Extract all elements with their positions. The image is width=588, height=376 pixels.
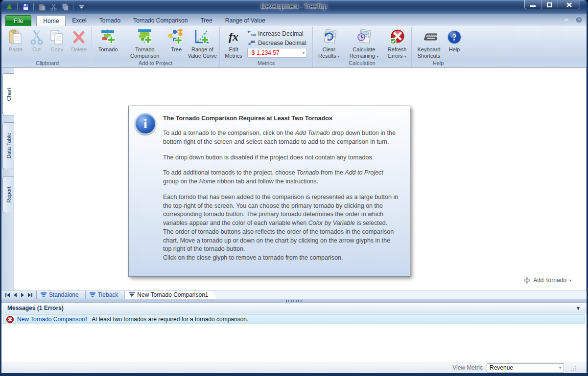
error-message-row: New Tornado Comparison1 At least two tor… <box>3 314 585 324</box>
dropdown-icon: ▾ <box>338 54 340 59</box>
dropdown-icon: ▾ <box>569 278 571 283</box>
add-tornado-dropdown-button[interactable]: Add Tornado ▾ <box>524 277 571 284</box>
tornado-mini-icon <box>41 292 47 297</box>
svg-text:.00: .00 <box>250 33 256 37</box>
edit-metrics-button[interactable]: fx Edit Metrics <box>221 27 246 59</box>
keyboard-shortcuts-button[interactable]: Keyboard Shortcuts <box>413 27 445 59</box>
main-area: Chart Data Table Report i The Tornado Co… <box>1 68 587 290</box>
tab-excel[interactable]: Excel <box>66 15 93 26</box>
add-tornado-comparison-label: Tornado Comparison <box>123 46 166 59</box>
view-metric-label: View Metric <box>452 364 483 371</box>
info-message-box: i The Tornado Comparison Requires at Lea… <box>128 106 410 277</box>
copy-icon <box>48 29 65 45</box>
doc-tab-label: Tieback <box>98 291 118 298</box>
tab-tornado[interactable]: Tornado <box>93 15 127 26</box>
collapse-messages-icon[interactable]: ▼ <box>576 306 581 311</box>
messages-splitter[interactable] <box>1 299 587 303</box>
fx-icon: fx <box>225 29 242 45</box>
keyboard-icon <box>421 29 437 45</box>
next-tab-icon[interactable] <box>19 292 25 299</box>
delete-button[interactable]: Delete <box>68 27 90 53</box>
info-paragraph: Each torndo that has been added to the c… <box>163 193 399 263</box>
svg-text:.00: .00 <box>250 40 256 44</box>
doc-tab-new-tornado-comparison1[interactable]: New Tornado Comparison1 <box>124 291 216 299</box>
file-menu-button[interactable]: File <box>5 15 31 26</box>
group-label-help: Help <box>413 60 464 67</box>
tab-tornado-comparison[interactable]: Tornado Comparison <box>127 15 194 26</box>
add-tornado-to-project-button[interactable]: Tornado <box>93 27 123 53</box>
copy-button[interactable]: Copy <box>47 27 68 53</box>
doc-tab-tieback[interactable]: Tieback <box>85 291 127 299</box>
paste-button[interactable]: Paste <box>4 27 27 53</box>
group-label-add-to-project: Add to Project <box>93 60 218 67</box>
tab-data-table[interactable]: Data Table <box>2 122 14 169</box>
decrease-decimal-button[interactable]: .00 Decrease Decimal <box>247 39 307 47</box>
tab-data-table-label: Data Table <box>6 133 12 158</box>
help-button[interactable]: ? Help <box>445 27 464 53</box>
tornado-comparison-icon <box>137 29 153 45</box>
error-source-link[interactable]: New Tornado Comparison1 <box>17 316 88 323</box>
refresh-errors-label: Refresh Errors ▾ <box>384 46 410 59</box>
calculate-remaining-icon <box>355 29 372 45</box>
info-paragraph: The drop down button is disabled if the … <box>163 154 399 162</box>
view-metric-combobox[interactable]: Revenue ▾ <box>487 363 564 373</box>
copy-label: Copy <box>51 46 64 53</box>
maximize-button[interactable] <box>541 0 558 9</box>
app-window: Development - TreeTop File Home Excel To… <box>0 0 588 376</box>
close-button[interactable] <box>558 0 580 9</box>
window-title: Development - TreeTop <box>1 2 587 10</box>
tornado-mini-icon <box>90 292 95 297</box>
range-of-value-curve-icon <box>194 29 211 45</box>
cut-button[interactable]: Cut <box>27 27 47 53</box>
ribbon: Paste Cut Copy <box>1 26 587 68</box>
add-tornado-label: Add Tornado <box>533 277 566 284</box>
add-rov-curve-button[interactable]: Range of Value Curve <box>187 27 218 59</box>
tab-chart-label: Chart <box>6 88 12 101</box>
tab-home[interactable]: Home <box>36 15 66 26</box>
add-tornado-comparison-button[interactable]: Tornado Comparison <box>123 27 166 59</box>
info-title: The Tornado Comparison Requires at Least… <box>163 115 399 122</box>
info-paragraph: To add additional tornaods to the projec… <box>163 169 399 186</box>
tab-report[interactable]: Report <box>2 176 14 213</box>
dropdown-icon: ▾ <box>404 54 406 59</box>
add-tree-label: Tree <box>171 46 182 53</box>
view-tab-strip: Chart Data Table Report <box>1 68 14 290</box>
minimize-button[interactable] <box>525 0 541 9</box>
dropdown-icon: ▾ <box>376 54 378 59</box>
help-label: Help <box>449 46 460 53</box>
info-icon: i <box>135 113 156 134</box>
paste-label: Paste <box>9 46 23 53</box>
tab-range-of-value[interactable]: Range of Value <box>219 15 272 26</box>
first-tab-icon[interactable] <box>4 292 11 299</box>
clear-results-button[interactable]: Clear Results ▾ <box>314 27 344 59</box>
clear-results-icon <box>321 29 337 45</box>
refresh-errors-button[interactable]: Refresh Errors ▾ <box>384 27 410 59</box>
increase-decimal-button[interactable]: .00 Increase Decimal <box>247 29 307 38</box>
doc-tab-standalone[interactable]: Standalone <box>36 291 87 299</box>
tab-report-label: Report <box>6 186 12 202</box>
last-tab-icon[interactable] <box>26 292 33 299</box>
status-bar: View Metric Revenue ▾ <box>1 362 587 373</box>
decrease-decimal-icon: .00 <box>247 40 256 46</box>
document-tab-bar: Standalone Tieback New Tornado Compariso… <box>1 290 587 299</box>
messages-title: Messages (1 Errors) <box>7 305 64 311</box>
group-calculation: Clear Results ▾ Calculate Remaining ▾ Re… <box>313 27 412 67</box>
group-label-calculation: Calculation <box>314 60 410 67</box>
collapse-ribbon-icon[interactable] <box>564 18 569 22</box>
add-tree-button[interactable]: Tree <box>166 27 187 53</box>
calculate-remaining-button[interactable]: Calculate Remaining ▾ <box>344 27 384 59</box>
increase-decimal-icon: .00 <box>247 30 256 37</box>
tab-chart[interactable]: Chart <box>2 73 15 115</box>
previous-tab-icon[interactable] <box>12 292 18 299</box>
svg-text:?: ? <box>578 18 580 22</box>
metric-format-combobox[interactable]: -$ 1,234.57 ▾ <box>247 48 307 58</box>
doc-tab-label: New Tornado Comparison1 <box>137 291 208 298</box>
decrease-decimal-label: Decrease Decimal <box>258 40 306 46</box>
info-paragraph: To add a tornado to the comparison, clic… <box>163 129 399 147</box>
resize-grip[interactable] <box>570 365 576 371</box>
group-add-to-project: Tornado Tornado Comparison Tree <box>92 27 220 67</box>
tab-tree[interactable]: Tree <box>194 15 218 26</box>
ribbon-help-icon[interactable]: ? <box>575 16 583 23</box>
keyboard-shortcuts-label: Keyboard Shortcuts <box>413 46 445 59</box>
group-metrics: fx Edit Metrics .00 Increase Decimal .00 <box>220 27 313 67</box>
